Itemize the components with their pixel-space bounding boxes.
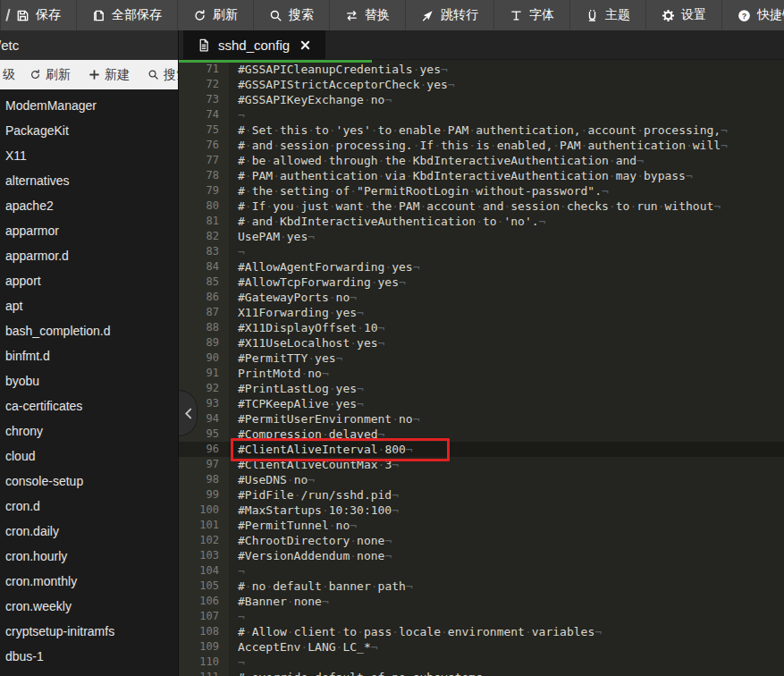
code-line-104[interactable]: 104¬ — [179, 563, 784, 579]
editor-column: sshd_config 71#GSSAPICleanupCredentials·… — [179, 30, 784, 676]
font-button[interactable]: 字体 — [493, 0, 569, 30]
sidebar-item-cron-monthly[interactable]: cron.monthly — [0, 569, 178, 594]
code-line-79[interactable]: 79#·the·setting·of·"PermitRootLogin·with… — [179, 183, 784, 199]
code-editor[interactable]: 71#GSSAPICleanupCredentials·yes¬72#GSSAP… — [179, 60, 784, 676]
code-line-95[interactable]: 95#Compression·delayed¬ — [179, 427, 784, 442]
sidebar-item-apache2[interactable]: apache2 — [0, 193, 178, 218]
code-line-108[interactable]: 108#·Allow·client·to·pass·locale·environ… — [179, 624, 784, 639]
save-all-button[interactable]: 全部保存 — [76, 0, 177, 30]
code-line-96[interactable]: 96#ClientAliveInterval·800¬ — [179, 442, 784, 457]
sidebar-parent-dir-button[interactable]: 级 — [0, 67, 21, 83]
search-button[interactable]: 搜索 — [253, 0, 329, 30]
code-line-74[interactable]: 74¬ — [179, 107, 784, 123]
shortcuts-button[interactable]: ?快捷键 — [721, 0, 784, 30]
code-line-105[interactable]: 105#·no·default·banner·path¬ — [179, 579, 784, 594]
code-line-100[interactable]: 100#MaxStartups·10:30:100¬ — [179, 503, 784, 518]
sidebar-item-bash-completion-d[interactable]: bash_completion.d — [0, 318, 178, 343]
code-line-91[interactable]: 91PrintMotd·no¬ — [179, 366, 784, 381]
code-line-73[interactable]: 73#GSSAPIKeyExchange·no¬ — [179, 92, 784, 107]
code-line-89[interactable]: 89#X11UseLocalhost·yes¬ — [179, 335, 784, 351]
sidebar-item-apt[interactable]: apt — [0, 293, 178, 318]
code-line-107[interactable]: 107¬ — [179, 609, 784, 624]
line-text: #PermitTunnel·no¬ — [227, 518, 357, 533]
sidebar-item-dbus-1[interactable]: dbus-1 — [0, 644, 178, 669]
sidebar-item-cron-d[interactable]: cron.d — [0, 494, 178, 519]
sidebar-item-cron-weekly[interactable]: cron.weekly — [0, 594, 178, 619]
code-line-81[interactable]: 81#·and·KbdInteractiveAuthentication·to·… — [179, 214, 784, 229]
line-number: 80 — [179, 199, 227, 214]
tab-sshd-config[interactable]: sshd_config — [183, 30, 325, 59]
sidebar-item-alternatives[interactable]: alternatives — [0, 168, 178, 193]
sidebar-item-modemmanager[interactable]: ModemManager — [0, 93, 178, 118]
sidebar-item-apparmor[interactable]: apparmor — [0, 218, 178, 243]
sidebar-item-cryptsetup-initramfs[interactable]: cryptsetup-initramfs — [0, 619, 178, 644]
sidebar-item-chrony[interactable]: chrony — [0, 418, 178, 444]
line-text: #·If·you·just·want·the·PAM·account·and·s… — [227, 199, 721, 214]
code-line-87[interactable]: 87X11Forwarding·yes¬ — [179, 305, 784, 320]
code-line-75[interactable]: 75#·Set·this·to·'yes'·to·enable·PAM·auth… — [179, 123, 784, 138]
sidebar-item-apparmor-d[interactable]: apparmor.d — [0, 243, 178, 268]
code-line-97[interactable]: 97#ClientAliveCountMax·3¬ — [179, 457, 784, 472]
code-line-71[interactable]: 71#GSSAPICleanupCredentials·yes¬ — [179, 62, 784, 77]
main-area: /etc 级刷新新建搜索 ModemManagerPackageKitX11al… — [0, 30, 784, 676]
line-text: #·override·default·of·no·subsystems¬ — [227, 670, 490, 676]
code-line-72[interactable]: 72#GSSAPIStrictAcceptorCheck·yes¬ — [179, 77, 784, 92]
theme-icon — [586, 9, 599, 22]
code-line-84[interactable]: 84#AllowAgentForwarding·yes¬ — [179, 259, 784, 275]
sidebar-new-file-button[interactable]: 新建 — [80, 67, 139, 83]
code-line-77[interactable]: 77#·be·allowed·through·the·KbdInteractiv… — [179, 153, 784, 168]
sidebar-item-console-setup[interactable]: console-setup — [0, 469, 178, 494]
refresh-button[interactable]: 刷新 — [177, 0, 253, 30]
code-line-80[interactable]: 80#·If·you·just·want·the·PAM·account·and… — [179, 199, 784, 214]
sidebar-item-binfmt-d[interactable]: binfmt.d — [0, 343, 178, 368]
goto-line-label: 跳转行 — [441, 7, 478, 23]
code-line-102[interactable]: 102#ChrootDirectory·none¬ — [179, 533, 784, 548]
code-line-101[interactable]: 101#PermitTunnel·no¬ — [179, 518, 784, 533]
code-line-98[interactable]: 98#UseDNS·no¬ — [179, 472, 784, 487]
sidebar-item-cron-hourly[interactable]: cron.hourly — [0, 544, 178, 569]
sidebar-item-x11[interactable]: X11 — [0, 143, 178, 168]
code-line-86[interactable]: 86#GatewayPorts·no¬ — [179, 290, 784, 305]
code-line-106[interactable]: 106#Banner·none¬ — [179, 594, 784, 609]
line-number: 84 — [179, 259, 227, 275]
line-number: 78 — [179, 168, 227, 183]
sidebar-item-cloud[interactable]: cloud — [0, 444, 178, 469]
close-icon[interactable] — [299, 39, 311, 51]
help-icon: ? — [738, 9, 751, 22]
line-number: 72 — [179, 77, 227, 92]
sidebar-search-button[interactable]: 搜索 — [139, 67, 178, 83]
goto-line-button[interactable]: 跳转行 — [405, 0, 493, 30]
code-line-83[interactable]: 83¬ — [179, 244, 784, 259]
settings-label: 设置 — [681, 7, 706, 23]
sidebar-item-byobu[interactable]: byobu — [0, 368, 178, 393]
sidebar-item-apport[interactable]: apport — [0, 268, 178, 293]
save-button[interactable]: 保存 — [0, 0, 76, 30]
code-line-111[interactable]: 111#·override·default·of·no·subsystems¬ — [179, 670, 784, 676]
code-line-88[interactable]: 88#X11DisplayOffset·10¬ — [179, 320, 784, 335]
code-line-110[interactable]: 110¬ — [179, 655, 784, 670]
code-line-76[interactable]: 76#·and·session·processing.·If·this·is·e… — [179, 138, 784, 153]
code-line-85[interactable]: 85#AllowTcpForwarding·yes¬ — [179, 275, 784, 290]
line-text: #GSSAPICleanupCredentials·yes¬ — [227, 62, 448, 77]
code-line-103[interactable]: 103#VersionAddendum·none¬ — [179, 548, 784, 563]
line-number: 82 — [179, 229, 227, 244]
settings-button[interactable]: 设置 — [645, 0, 721, 30]
code-line-94[interactable]: 94#PermitUserEnvironment·no¬ — [179, 411, 784, 427]
replace-button[interactable]: 替换 — [329, 0, 405, 30]
sidebar-item-ca-certificates[interactable]: ca-certificates — [0, 393, 178, 418]
code-line-82[interactable]: 82UsePAM·yes¬ — [179, 229, 784, 244]
sidebar-item-cron-daily[interactable]: cron.daily — [0, 519, 178, 544]
code-line-90[interactable]: 90#PermitTTY·yes¬ — [179, 351, 784, 366]
current-path-label: /etc — [0, 30, 19, 60]
code-line-92[interactable]: 92#PrintLastLog·yes¬ — [179, 381, 784, 396]
code-line-109[interactable]: 109AcceptEnv·LANG·LC_*¬ — [179, 639, 784, 655]
theme-button[interactable]: 主题 — [569, 0, 645, 30]
line-text: #PrintLastLog·yes¬ — [227, 381, 364, 396]
code-line-93[interactable]: 93#TCPKeepAlive·yes¬ — [179, 396, 784, 411]
code-line-99[interactable]: 99#PidFile·/run/sshd.pid¬ — [179, 487, 784, 503]
line-number: 96 — [179, 442, 227, 457]
sidebar-refresh-button[interactable]: 刷新 — [21, 67, 80, 83]
line-text: #PermitTTY·yes¬ — [227, 351, 342, 366]
sidebar-item-packagekit[interactable]: PackageKit — [0, 118, 178, 143]
code-line-78[interactable]: 78#·PAM·authentication·via·KbdInteractiv… — [179, 168, 784, 183]
